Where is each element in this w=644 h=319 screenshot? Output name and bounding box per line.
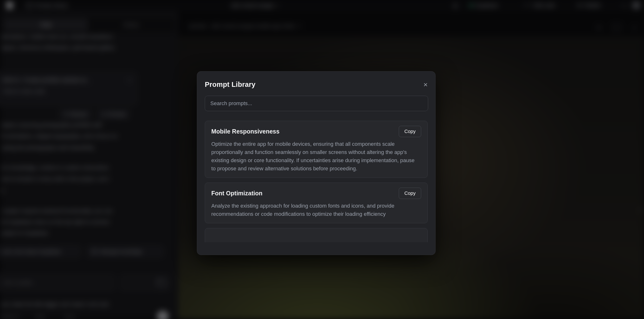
prompt-library-modal: Prompt Library × Mobile Responsiveness C… [197,71,436,255]
prompt-description: Analyze the existing approach for loadin… [211,202,416,218]
modal-header: Prompt Library × [197,72,435,88]
prompt-card-font-optimization: Font Optimization Copy Analyze the exist… [205,182,428,223]
copy-button[interactable]: Copy [399,126,421,137]
prompt-title: Mobile Responsiveness [211,126,280,135]
prompt-description: Optimize the entire app for mobile devic… [211,140,416,173]
prompt-card-mobile-responsiveness: Mobile Responsiveness Copy Optimize the … [205,121,428,178]
search-input[interactable] [205,96,428,111]
close-icon[interactable]: × [423,82,428,88]
prompt-card-partial [205,228,428,242]
modal-title: Prompt Library [205,80,256,88]
prompt-list: Mobile Responsiveness Copy Optimize the … [205,121,428,242]
screen: Prompt Library artic-visual-voyage Supab… [0,0,644,319]
prompt-title: Font Optimization [211,188,262,197]
copy-button[interactable]: Copy [399,188,421,199]
